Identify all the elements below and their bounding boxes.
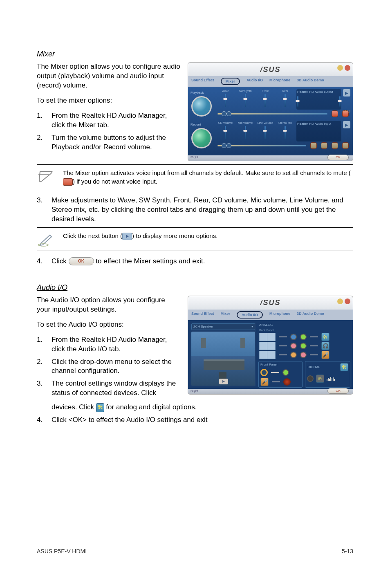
jack-slot bbox=[267, 342, 276, 350]
tab-mixer[interactable]: Mixer bbox=[221, 311, 231, 319]
speaker-icon bbox=[240, 338, 245, 348]
step-number: 2. bbox=[37, 357, 52, 376]
mixer-body: Playback Wave SW Synth Front Rear Realte… bbox=[188, 87, 353, 155]
lime-jack[interactable] bbox=[300, 343, 307, 349]
pink-jack[interactable] bbox=[290, 343, 297, 349]
app-tabs: Sound Effect Mixer Audio I/O Microphone … bbox=[188, 76, 353, 87]
connector-line bbox=[279, 355, 287, 355]
note-text-tail: ) to display more menu options. bbox=[132, 232, 217, 239]
digital-label: DIGITAL bbox=[307, 365, 321, 370]
volume-slider[interactable] bbox=[245, 94, 246, 107]
app-statusbar: Right OK bbox=[188, 155, 353, 161]
wrench-icon: 🛠 bbox=[96, 403, 104, 412]
volume-slider[interactable] bbox=[245, 126, 246, 139]
aio-step-3: The control settings window displays the… bbox=[52, 379, 180, 398]
tab-microphone[interactable]: Microphone bbox=[269, 78, 290, 85]
volume-slider[interactable] bbox=[285, 94, 286, 107]
speaker-icon bbox=[201, 338, 206, 348]
tab-audio-io[interactable]: Audio I/O bbox=[247, 78, 263, 85]
col-label: Wave bbox=[222, 89, 229, 93]
mute-button[interactable] bbox=[332, 142, 338, 149]
next-page-icon[interactable]: ▶ bbox=[343, 121, 350, 128]
step4-pre: Click bbox=[52, 257, 69, 265]
mute-button[interactable] bbox=[332, 110, 338, 117]
footer-left: Right bbox=[191, 155, 198, 159]
aio-step-2: Click the drop-down menu to select the c… bbox=[52, 357, 180, 376]
balance-slider[interactable] bbox=[217, 113, 327, 114]
ok-button[interactable]: OK bbox=[327, 388, 349, 394]
tool-icon[interactable]: 🛠 bbox=[321, 333, 329, 341]
volume-slider[interactable] bbox=[297, 96, 298, 107]
tab-microphone[interactable]: Microphone bbox=[269, 311, 290, 319]
tab-audio-io[interactable]: Audio I/O bbox=[237, 311, 263, 319]
connector-line bbox=[279, 346, 287, 346]
close-icon[interactable] bbox=[345, 65, 350, 71]
mixer-app-screenshot: /SUS Sound Effect Mixer Audio I/O Microp… bbox=[188, 62, 353, 160]
volume-slider[interactable] bbox=[225, 94, 226, 107]
audio-io-app-screenshot: /SUS Sound Effect Mixer Audio I/O Microp… bbox=[188, 296, 353, 394]
col-label: Rear bbox=[282, 89, 288, 93]
playback-volume-knob[interactable] bbox=[191, 96, 212, 117]
mixer-toset: To set the mixer options: bbox=[37, 96, 180, 105]
footer-page-number: 5-13 bbox=[342, 548, 353, 555]
channel-dropdown[interactable]: 2CH Speaker ▾ bbox=[191, 323, 255, 330]
speaker-config-panel: 2CH Speaker ▾ ▶ bbox=[191, 323, 256, 386]
tool-icon[interactable]: 🎧 bbox=[321, 342, 329, 350]
volume-slider[interactable] bbox=[285, 126, 286, 139]
back-panel-label: Back Panel bbox=[258, 328, 350, 332]
ok-button[interactable]: OK bbox=[327, 155, 349, 160]
spdif-out-jack[interactable] bbox=[307, 375, 314, 382]
connector-line bbox=[272, 382, 280, 382]
col-label: Line Volume bbox=[258, 121, 273, 125]
tool-icon[interactable]: 🛠 bbox=[340, 363, 348, 371]
volume-slider[interactable] bbox=[264, 126, 266, 139]
note-icon bbox=[37, 169, 55, 186]
lime-jack[interactable] bbox=[282, 369, 289, 376]
note-text: Click the next button ( bbox=[63, 232, 122, 239]
mic-icon[interactable]: 🎤 bbox=[260, 378, 269, 386]
volume-slider[interactable] bbox=[339, 96, 341, 107]
mute-button[interactable] bbox=[310, 142, 317, 149]
lime-jack[interactable] bbox=[300, 334, 307, 340]
step-number: 2. bbox=[37, 133, 52, 152]
aio-step-3-tail: for analog and digital options. bbox=[104, 403, 197, 411]
record-volume-knob[interactable] bbox=[191, 128, 212, 148]
step-number: 3. bbox=[37, 379, 52, 398]
step-number: 1. bbox=[37, 335, 52, 354]
tab-3d-audio[interactable]: 3D Audio Demo bbox=[297, 78, 324, 85]
tab-sound-effect[interactable]: Sound Effect bbox=[191, 78, 214, 85]
minimize-icon[interactable] bbox=[337, 65, 343, 71]
mute-icon bbox=[63, 178, 73, 186]
play-icon[interactable]: ▶ bbox=[219, 379, 228, 384]
tool-icon[interactable]: 🎤 bbox=[321, 351, 329, 359]
mute-button[interactable] bbox=[342, 142, 349, 149]
connector-line bbox=[271, 372, 279, 373]
next-page-icon[interactable]: ▶ bbox=[343, 89, 350, 97]
tab-mixer[interactable]: Mixer bbox=[221, 78, 240, 85]
record-label: Record bbox=[191, 121, 213, 127]
front-mic-jack[interactable] bbox=[283, 378, 291, 386]
output-box-label: Realtek HD Audio output bbox=[297, 90, 341, 94]
analog-label: ANALOG bbox=[258, 323, 350, 328]
page-footer: ASUS P5E-V HDMI 5-13 bbox=[37, 548, 353, 555]
input-box-label: Realtek HD Audio Input bbox=[297, 122, 341, 126]
front-headphone-jack[interactable] bbox=[260, 369, 268, 376]
orange-jack[interactable] bbox=[290, 352, 297, 358]
volume-slider[interactable] bbox=[225, 126, 226, 139]
minimize-icon[interactable] bbox=[337, 298, 343, 304]
blue-jack[interactable] bbox=[290, 334, 297, 340]
pink-jack[interactable] bbox=[300, 352, 307, 358]
chevron-down-icon: ▾ bbox=[251, 325, 253, 329]
close-icon[interactable] bbox=[345, 298, 350, 304]
footer-left: Right bbox=[191, 389, 198, 393]
mute-button[interactable] bbox=[321, 142, 327, 149]
balance-slider[interactable] bbox=[217, 145, 306, 146]
tab-3d-audio[interactable]: 3D Audio Demo bbox=[297, 311, 324, 319]
spdif-icon[interactable]: ⎚ bbox=[316, 375, 324, 383]
volume-slider[interactable] bbox=[264, 94, 266, 107]
app-tabs: Sound Effect Mixer Audio I/O Microphone … bbox=[188, 310, 353, 320]
mixer-intro: The Mixer option allows you to configure… bbox=[37, 62, 180, 90]
connector-line bbox=[279, 337, 287, 337]
tab-sound-effect[interactable]: Sound Effect bbox=[191, 311, 214, 319]
audio-io-body: 2CH Speaker ▾ ▶ ANALOG Back Panel bbox=[188, 320, 353, 389]
